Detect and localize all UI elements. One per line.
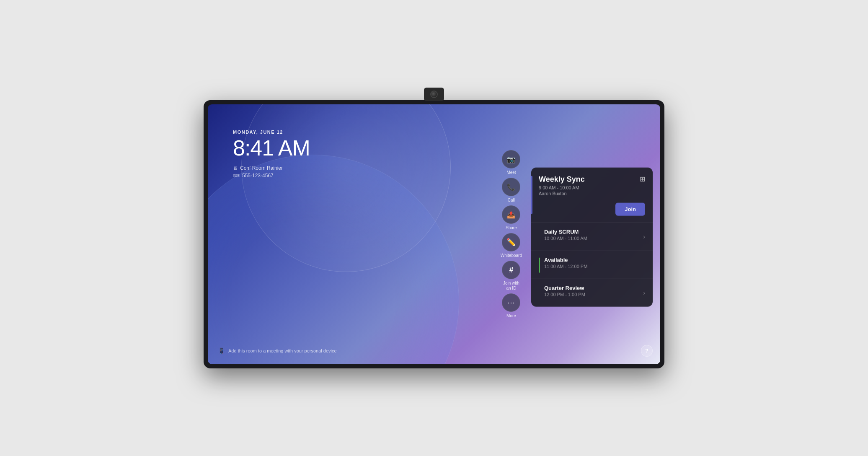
- action-bar: 📷 Meet 📞 Call 📤 Share: [501, 150, 522, 319]
- room-phone: 555-123-4567: [242, 173, 274, 179]
- whiteboard-icon-btn[interactable]: ✏️: [502, 233, 520, 251]
- meeting-item-info: Daily SCRUM 10:00 AM - 11:00 AM: [544, 229, 587, 241]
- featured-meeting-title: Weekly Sync: [539, 175, 585, 184]
- bottom-message: 📱 Add this room to a meeting with your p…: [218, 347, 337, 354]
- join-with-id-label: Join with an ID: [503, 281, 519, 291]
- call-icon-btn[interactable]: 📞: [502, 178, 520, 196]
- call-label: Call: [508, 198, 515, 203]
- chevron-right-icon: ›: [643, 233, 645, 240]
- meeting-item-time: 12:00 PM - 1:00 PM: [544, 292, 585, 297]
- featured-meeting: Weekly Sync 9:00 AM - 10:00 AM Aaron Bux…: [531, 168, 653, 223]
- action-share[interactable]: 📤 Share: [502, 205, 520, 231]
- chevron-right-icon: ›: [643, 290, 645, 296]
- action-more[interactable]: ··· More: [502, 293, 520, 319]
- featured-meeting-time: 9:00 AM - 10:00 AM: [539, 185, 585, 190]
- status-dot-busy: [539, 286, 540, 301]
- share-label: Share: [506, 225, 517, 231]
- teams-icon: ⊞: [640, 175, 645, 183]
- action-join-with-id[interactable]: # Join with an ID: [502, 261, 520, 291]
- meeting-item-quarter-review[interactable]: Quarter Review 12:00 PM - 1:00 PM ›: [531, 279, 653, 307]
- camera-lens: [430, 91, 438, 98]
- room-name-line: 🖥 Conf Room Rainier: [233, 165, 310, 171]
- monitor-bezel: MONDAY, JUNE 12 8:41 AM 🖥 Conf Room Rain…: [204, 100, 664, 368]
- date-label: MONDAY, JUNE 12: [233, 130, 310, 135]
- meet-label: Meet: [506, 170, 516, 175]
- device-wrapper: MONDAY, JUNE 12 8:41 AM 🖥 Conf Room Rain…: [204, 88, 664, 368]
- meeting-item-info: Available 11:00 AM - 12:00 PM: [544, 257, 587, 269]
- meeting-item-info: Quarter Review 12:00 PM - 1:00 PM: [544, 285, 585, 297]
- call-icon: 📞: [507, 183, 515, 191]
- datetime-area: MONDAY, JUNE 12 8:41 AM 🖥 Conf Room Rain…: [233, 130, 310, 179]
- room-icon: 🖥: [233, 166, 238, 171]
- featured-meeting-header: Weekly Sync 9:00 AM - 10:00 AM Aaron Bux…: [539, 175, 645, 196]
- calendar-panel: Weekly Sync 9:00 AM - 10:00 AM Aaron Bux…: [531, 168, 653, 307]
- action-call[interactable]: 📞 Call: [502, 178, 520, 203]
- meeting-item-time: 11:00 AM - 12:00 PM: [544, 264, 587, 269]
- join-with-id-icon: #: [509, 266, 513, 275]
- help-button[interactable]: ?: [641, 345, 653, 357]
- help-icon: ?: [645, 348, 648, 354]
- meeting-item-name: Quarter Review: [544, 285, 585, 291]
- camera: [424, 88, 444, 101]
- share-icon: 📤: [507, 211, 515, 219]
- featured-meeting-organizer: Aaron Buxton: [539, 191, 585, 196]
- meet-icon-btn[interactable]: 📷: [502, 150, 520, 168]
- status-dot-available: [539, 258, 540, 273]
- phone-icon: ⌨: [233, 173, 240, 179]
- whiteboard-label: Whiteboard: [501, 253, 522, 258]
- meeting-item-daily-scrum[interactable]: Daily SCRUM 10:00 AM - 11:00 AM ›: [531, 223, 653, 251]
- time-label: 8:41 AM: [233, 136, 310, 160]
- active-indicator: [531, 176, 532, 214]
- more-icon: ···: [507, 298, 515, 307]
- meeting-item-left: Available 11:00 AM - 12:00 PM: [539, 257, 587, 273]
- whiteboard-icon: ✏️: [506, 238, 516, 247]
- room-info: 🖥 Conf Room Rainier ⌨ 555-123-4567: [233, 165, 310, 179]
- meeting-item-time: 10:00 AM - 11:00 AM: [544, 236, 587, 241]
- action-meet[interactable]: 📷 Meet: [502, 150, 520, 175]
- meeting-item-available[interactable]: Available 11:00 AM - 12:00 PM: [531, 251, 653, 279]
- meeting-item-name: Available: [544, 257, 587, 263]
- screen: MONDAY, JUNE 12 8:41 AM 🖥 Conf Room Rain…: [208, 104, 660, 364]
- meeting-list: Daily SCRUM 10:00 AM - 11:00 AM › Availa…: [531, 223, 653, 307]
- meet-icon: 📷: [507, 155, 515, 163]
- share-icon-btn[interactable]: 📤: [502, 205, 520, 224]
- action-whiteboard[interactable]: ✏️ Whiteboard: [501, 233, 522, 258]
- bottom-message-text: Add this room to a meeting with your per…: [228, 348, 337, 353]
- more-icon-btn[interactable]: ···: [502, 293, 520, 312]
- meeting-item-left: Quarter Review 12:00 PM - 1:00 PM: [539, 285, 585, 301]
- phone-qr-icon: 📱: [218, 347, 225, 354]
- room-name: Conf Room Rainier: [240, 165, 283, 171]
- room-phone-line: ⌨ 555-123-4567: [233, 173, 310, 179]
- status-dot-busy: [539, 230, 540, 245]
- meeting-item-left: Daily SCRUM 10:00 AM - 11:00 AM: [539, 229, 587, 245]
- featured-meeting-info: Weekly Sync 9:00 AM - 10:00 AM Aaron Bux…: [539, 175, 585, 196]
- join-button[interactable]: Join: [615, 203, 645, 216]
- more-label: More: [506, 314, 516, 319]
- meeting-item-name: Daily SCRUM: [544, 229, 587, 235]
- join-with-id-icon-btn[interactable]: #: [502, 261, 520, 279]
